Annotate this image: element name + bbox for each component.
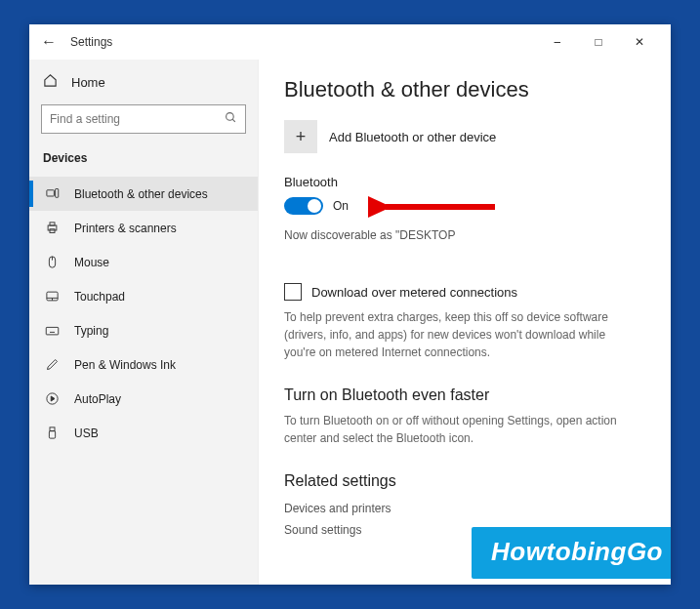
minimize-button[interactable]: ‒	[538, 28, 577, 56]
faster-description: To turn Bluetooth on or off without open…	[284, 412, 639, 447]
link-devices-printers[interactable]: Devices and printers	[284, 498, 639, 519]
window-controls: ‒ □ ✕	[538, 28, 659, 56]
plus-icon: +	[284, 120, 317, 153]
mouse-icon	[43, 255, 61, 269]
sidebar: Home Devices Bluetooth & other devices	[29, 60, 259, 585]
nav-printers[interactable]: Printers & scanners	[29, 211, 258, 245]
nav-label: Printers & scanners	[74, 222, 177, 235]
add-device-button[interactable]: + Add Bluetooth or other device	[284, 120, 639, 153]
titlebar: ← Settings ‒ □ ✕	[29, 24, 671, 60]
touchpad-icon	[43, 289, 61, 304]
main-content: Bluetooth & other devices + Add Bluetoot…	[259, 60, 671, 585]
svg-point-0	[226, 113, 234, 121]
close-button[interactable]: ✕	[620, 28, 659, 56]
bluetooth-toggle-row: On	[284, 197, 639, 215]
back-button[interactable]: ←	[41, 33, 57, 51]
section-label: Devices	[29, 147, 258, 177]
maximize-button[interactable]: □	[579, 28, 618, 56]
bluetooth-state: On	[333, 199, 349, 213]
svg-rect-2	[46, 190, 54, 196]
svg-rect-5	[50, 223, 55, 225]
faster-heading: Turn on Bluetooth even faster	[284, 386, 639, 404]
nav-label: Touchpad	[74, 290, 125, 304]
home-icon	[43, 73, 58, 91]
window-body: Home Devices Bluetooth & other devices	[29, 60, 671, 585]
nav-usb[interactable]: USB	[29, 416, 258, 450]
nav-label: AutoPlay	[74, 392, 121, 406]
metered-label: Download over metered connections	[311, 285, 517, 300]
metered-row: Download over metered connections	[284, 283, 639, 301]
nav-typing[interactable]: Typing	[29, 313, 258, 347]
watermark-badge: HowtobingGo	[472, 527, 671, 579]
nav-touchpad[interactable]: Touchpad	[29, 279, 258, 313]
page-title: Bluetooth & other devices	[284, 77, 639, 102]
nav-autoplay[interactable]: AutoPlay	[29, 382, 258, 416]
related-heading: Related settings	[284, 472, 639, 490]
nav-label: Typing	[74, 324, 108, 338]
window-title: Settings	[70, 35, 112, 49]
annotation-arrow	[368, 187, 505, 230]
svg-rect-4	[48, 225, 57, 230]
search-input[interactable]	[50, 112, 225, 126]
nav-mouse[interactable]: Mouse	[29, 245, 258, 279]
keyboard-icon	[43, 323, 61, 338]
metered-checkbox[interactable]	[284, 283, 302, 301]
nav-label: Mouse	[74, 256, 109, 269]
usb-icon	[43, 426, 61, 440]
add-device-label: Add Bluetooth or other device	[329, 130, 496, 144]
svg-rect-12	[46, 327, 59, 335]
search-box[interactable]	[41, 104, 246, 134]
devices-icon	[43, 186, 61, 201]
nav-pen[interactable]: Pen & Windows Ink	[29, 347, 258, 382]
nav-label: Bluetooth & other devices	[74, 187, 208, 201]
nav-bluetooth[interactable]: Bluetooth & other devices	[29, 177, 258, 211]
home-nav[interactable]: Home	[29, 65, 258, 102]
pen-icon	[43, 357, 61, 372]
home-label: Home	[71, 75, 105, 90]
nav-label: USB	[74, 426, 99, 440]
svg-rect-19	[49, 431, 55, 439]
autoplay-icon	[43, 391, 61, 406]
search-icon	[225, 111, 237, 127]
svg-rect-18	[50, 427, 55, 431]
bluetooth-toggle[interactable]	[284, 197, 323, 215]
nav-label: Pen & Windows Ink	[74, 358, 176, 372]
metered-description: To help prevent extra charges, keep this…	[284, 308, 639, 361]
printer-icon	[43, 221, 61, 235]
svg-rect-3	[55, 189, 58, 198]
svg-rect-6	[50, 229, 55, 233]
svg-line-1	[232, 119, 235, 122]
settings-window: ← Settings ‒ □ ✕ Home Devices	[29, 24, 671, 585]
